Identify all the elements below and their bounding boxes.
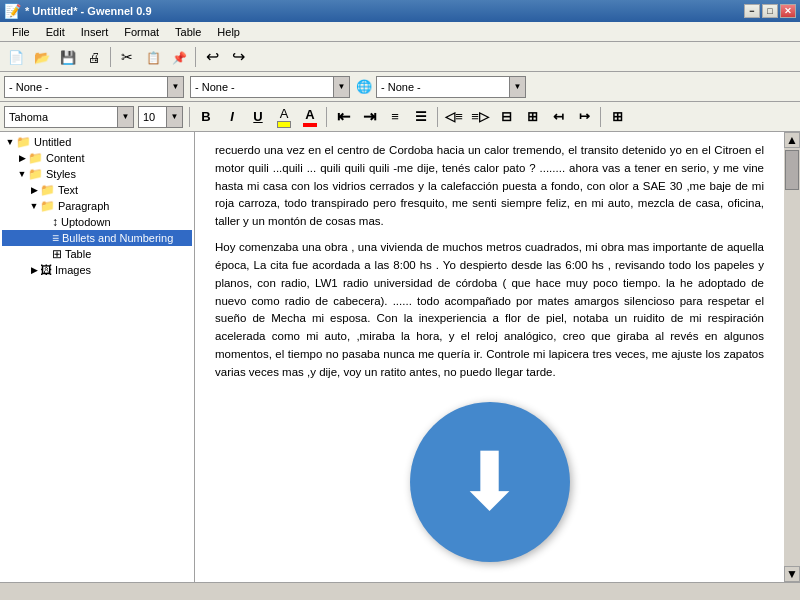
open-button[interactable] xyxy=(30,45,54,69)
align-justify-icon: ☰ xyxy=(415,109,427,124)
print-button[interactable] xyxy=(82,45,106,69)
menu-format[interactable]: Format xyxy=(116,24,167,40)
font-style-dropdown[interactable]: - None - ▼ xyxy=(190,76,350,98)
title-icon: 📝 * Untitled* - Gwennel 0.9 xyxy=(4,3,152,19)
sidebar-item-bullets[interactable]: ≡ Bullets and Numbering xyxy=(2,230,192,246)
align-right-button[interactable]: ≡ xyxy=(383,105,407,129)
menu-file[interactable]: File xyxy=(4,24,38,40)
font-name-arrow[interactable]: ▼ xyxy=(117,107,133,127)
main-area: ▼ 📁 Untitled ▶ 📁 Content ▼ 📁 Styles ▶ 📁 … xyxy=(0,132,800,582)
increase-list-icon: ↦ xyxy=(579,109,590,124)
sidebar-label-content: Content xyxy=(46,152,85,164)
bold-button[interactable]: B xyxy=(194,105,218,129)
sidebar-item-images[interactable]: ▶ 🖼 Images xyxy=(2,262,192,278)
paste-button[interactable] xyxy=(167,45,191,69)
font-size-dropdown[interactable]: 10 ▼ xyxy=(138,106,183,128)
content-area: recuerdo una vez en el centro de Cordoba… xyxy=(195,132,800,582)
sidebar-item-styles[interactable]: ▼ 📁 Styles xyxy=(2,166,192,182)
download-arrow-container: ⬇ xyxy=(215,402,764,562)
align-left-button[interactable]: ⇤ xyxy=(331,105,355,129)
menu-edit[interactable]: Edit xyxy=(38,24,73,40)
indent-decrease-button[interactable]: ◁≡ xyxy=(442,105,466,129)
menu-insert[interactable]: Insert xyxy=(73,24,117,40)
vertical-scrollbar[interactable]: ▲ ▼ xyxy=(784,132,800,582)
toggle-images[interactable]: ▶ xyxy=(28,265,40,275)
paste-icon xyxy=(172,49,187,65)
color-dropdown-arrow[interactable]: ▼ xyxy=(509,77,525,97)
redo-button[interactable]: ↪ xyxy=(226,45,250,69)
font-size-arrow[interactable]: ▼ xyxy=(166,107,182,127)
fmt-sep3 xyxy=(437,107,438,127)
decrease-list-icon: ↤ xyxy=(553,109,564,124)
editor[interactable]: recuerdo una vez en el centro de Cordoba… xyxy=(195,132,784,582)
numbered-list-button[interactable]: ⊞ xyxy=(520,105,544,129)
toggle-text[interactable]: ▶ xyxy=(28,185,40,195)
window-title: * Untitled* - Gwennel 0.9 xyxy=(25,5,152,17)
folder-styles-icon: 📁 xyxy=(28,167,43,181)
style-dropdown-arrow[interactable]: ▼ xyxy=(167,77,183,97)
download-circle: ⬇ xyxy=(410,402,570,562)
toggle-untitled[interactable]: ▼ xyxy=(4,137,16,147)
style-dropdown[interactable]: - None - ▼ xyxy=(4,76,184,98)
scroll-thumb[interactable] xyxy=(785,150,799,190)
toggle-styles[interactable]: ▼ xyxy=(16,169,28,179)
toggle-content[interactable]: ▶ xyxy=(16,153,28,163)
bullet-list-button[interactable]: ⊟ xyxy=(494,105,518,129)
cut-button[interactable] xyxy=(115,45,139,69)
sidebar-label-text: Text xyxy=(58,184,78,196)
sidebar-item-text[interactable]: ▶ 📁 Text xyxy=(2,182,192,198)
color-dropdown[interactable]: - None - ▼ xyxy=(376,76,526,98)
color-dropdown-value: - None - xyxy=(377,81,509,93)
toolbar-separator xyxy=(110,47,111,67)
sidebar-item-uptodown[interactable]: ↕ Uptodown xyxy=(2,214,192,230)
underline-button[interactable]: U xyxy=(246,105,270,129)
font-color-button[interactable]: A xyxy=(298,105,322,129)
table-insert-icon: ⊞ xyxy=(612,109,623,124)
font-style-dropdown-value: - None - xyxy=(191,81,333,93)
sidebar-item-paragraph[interactable]: ▼ 📁 Paragraph xyxy=(2,198,192,214)
decrease-list-button[interactable]: ↤ xyxy=(546,105,570,129)
sidebar-item-content[interactable]: ▶ 📁 Content xyxy=(2,150,192,166)
menu-help[interactable]: Help xyxy=(209,24,248,40)
new-icon xyxy=(8,49,24,65)
copy-icon xyxy=(146,49,161,65)
font-name-dropdown[interactable]: Tahoma ▼ xyxy=(4,106,134,128)
scroll-down-button[interactable]: ▼ xyxy=(784,566,800,582)
align-right-icon: ≡ xyxy=(391,109,399,124)
font-size-value: 10 xyxy=(139,111,166,123)
images-icon: 🖼 xyxy=(40,263,52,277)
indent-increase-button[interactable]: ≡▷ xyxy=(468,105,492,129)
table-insert-button[interactable]: ⊞ xyxy=(605,105,629,129)
highlight-button[interactable]: A xyxy=(272,105,296,129)
menu-table[interactable]: Table xyxy=(167,24,209,40)
new-button[interactable] xyxy=(4,45,28,69)
increase-list-button[interactable]: ↦ xyxy=(572,105,596,129)
sidebar-label-table: Table xyxy=(65,248,91,260)
table-icon: ⊞ xyxy=(52,247,62,261)
toolbar-separator2 xyxy=(195,47,196,67)
toggle-paragraph[interactable]: ▼ xyxy=(28,201,40,211)
italic-button[interactable]: I xyxy=(220,105,244,129)
copy-button[interactable] xyxy=(141,45,165,69)
highlight-color-swatch xyxy=(277,121,291,128)
fmt-sep1 xyxy=(189,107,190,127)
maximize-button[interactable]: □ xyxy=(762,4,778,18)
minimize-button[interactable]: − xyxy=(744,4,760,18)
sidebar-item-untitled[interactable]: ▼ 📁 Untitled xyxy=(2,134,192,150)
close-button[interactable]: ✕ xyxy=(780,4,796,18)
undo-button[interactable]: ↩ xyxy=(200,45,224,69)
redo-icon: ↪ xyxy=(232,47,245,66)
scroll-up-button[interactable]: ▲ xyxy=(784,132,800,148)
fmt-sep4 xyxy=(600,107,601,127)
font-name-value: Tahoma xyxy=(5,111,117,123)
sidebar-item-table[interactable]: ⊞ Table xyxy=(2,246,192,262)
globe-icon: 🌐 xyxy=(356,79,372,94)
sidebar-label-untitled: Untitled xyxy=(34,136,71,148)
editor-paragraph-1: recuerdo una vez en el centro de Cordoba… xyxy=(215,142,764,231)
font-style-dropdown-arrow[interactable]: ▼ xyxy=(333,77,349,97)
align-justify-button[interactable]: ☰ xyxy=(409,105,433,129)
save-button[interactable] xyxy=(56,45,80,69)
fmt-sep2 xyxy=(326,107,327,127)
menubar: File Edit Insert Format Table Help xyxy=(0,22,800,42)
align-center-button[interactable]: ⇥ xyxy=(357,105,381,129)
